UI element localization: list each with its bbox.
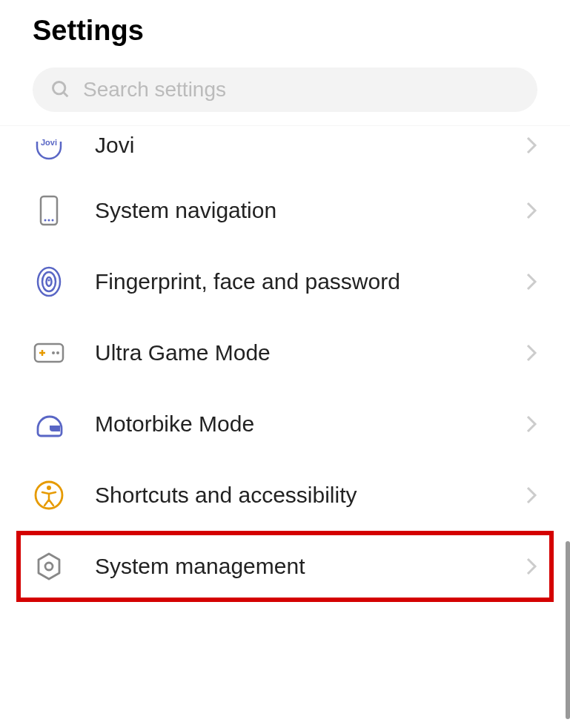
- helmet-icon: [33, 408, 65, 440]
- chevron-right-icon: [526, 201, 537, 220]
- svg-point-19: [45, 563, 53, 570]
- accessibility-icon: [33, 479, 65, 512]
- search-container: [0, 54, 570, 126]
- svg-line-1: [64, 93, 68, 97]
- settings-item-fingerprint[interactable]: Fingerprint, face and password: [0, 246, 570, 317]
- svg-point-4: [44, 219, 47, 222]
- item-label: Jovi: [95, 133, 496, 158]
- svg-point-14: [52, 351, 55, 354]
- item-label: Fingerprint, face and password: [95, 269, 496, 294]
- item-label: Shortcuts and accessibility: [95, 483, 496, 508]
- svg-point-17: [47, 486, 51, 490]
- settings-item-system-navigation[interactable]: System navigation: [0, 175, 570, 246]
- chevron-right-icon: [526, 414, 537, 434]
- svg-point-6: [52, 219, 54, 222]
- item-label: Motorbike Mode: [95, 411, 496, 437]
- svg-point-9: [47, 277, 52, 286]
- settings-list: Jovi Jovi System navigation: [0, 126, 570, 602]
- chevron-right-icon: [526, 272, 537, 291]
- svg-point-5: [48, 219, 50, 222]
- search-box[interactable]: [33, 67, 537, 112]
- item-label: Ultra Game Mode: [95, 340, 496, 365]
- header: Settings: [0, 0, 570, 54]
- svg-point-8: [42, 272, 56, 291]
- settings-item-shortcuts[interactable]: Shortcuts and accessibility: [0, 460, 570, 531]
- settings-item-ultra-game-mode[interactable]: Ultra Game Mode: [0, 317, 570, 388]
- item-label: System navigation: [95, 198, 496, 223]
- svg-text:Jovi: Jovi: [41, 138, 57, 147]
- settings-item-system-management[interactable]: System management: [16, 531, 554, 602]
- scrollbar[interactable]: [566, 541, 570, 719]
- chevron-right-icon: [526, 343, 537, 363]
- chevron-right-icon: [526, 557, 537, 576]
- svg-point-15: [56, 351, 59, 354]
- search-icon: [50, 79, 71, 100]
- phone-icon: [33, 194, 65, 227]
- page-title: Settings: [33, 15, 537, 47]
- jovi-icon: Jovi: [33, 129, 65, 162]
- chevron-right-icon: [526, 486, 537, 505]
- svg-point-10: [48, 279, 50, 282]
- chevron-right-icon: [526, 136, 537, 155]
- gamepad-icon: [33, 337, 65, 369]
- svg-point-0: [53, 82, 65, 94]
- svg-marker-18: [39, 554, 59, 579]
- fingerprint-icon: [33, 265, 65, 298]
- item-label: System management: [95, 554, 496, 579]
- gear-icon: [33, 550, 65, 583]
- settings-item-jovi[interactable]: Jovi Jovi: [0, 126, 570, 175]
- search-input[interactable]: [83, 78, 520, 102]
- settings-item-motorbike-mode[interactable]: Motorbike Mode: [0, 388, 570, 460]
